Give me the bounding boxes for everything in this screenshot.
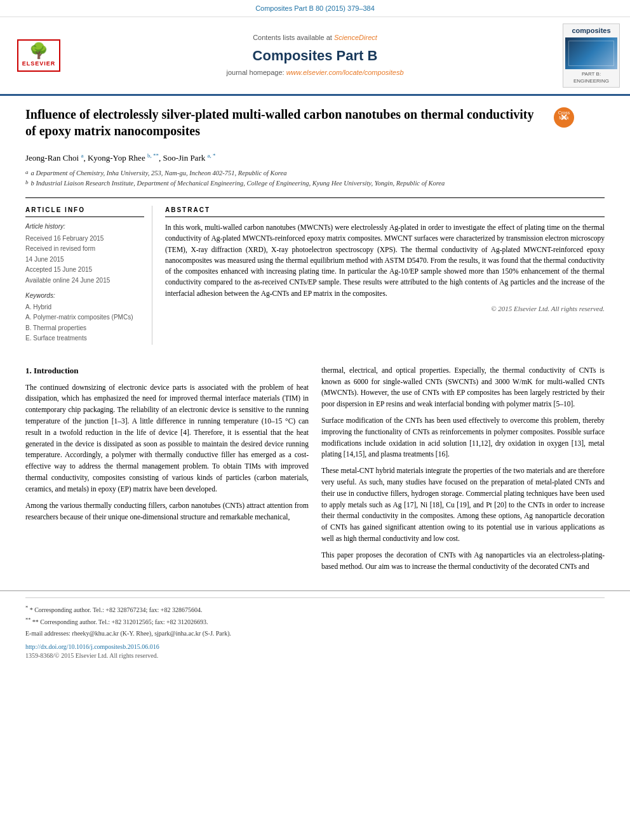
- article-content: Influence of electrolessly silver-plated…: [0, 96, 630, 365]
- homepage-link[interactable]: www.elsevier.com/locate/compositesb: [286, 69, 404, 76]
- history-title: Article history:: [25, 222, 144, 232]
- sciencedirect-link[interactable]: ScienceDirect: [334, 34, 377, 41]
- body-para-right-2: Surface modification of the CNTs has bee…: [321, 415, 605, 460]
- affiliations: a a Department of Chemistry, Inha Univer…: [25, 168, 605, 189]
- journal-name: Composites Part B: [74, 46, 556, 66]
- crossmark-badge[interactable]: ✕ Cross Mark: [553, 106, 575, 129]
- composites-logo-title: composites: [565, 26, 617, 36]
- keyword-1: A. Polymer-matrix composites (PMCs): [25, 313, 144, 323]
- abstract-text: In this work, multi-walled carbon nanotu…: [165, 222, 605, 299]
- history-accepted: Accepted 15 June 2015: [25, 265, 144, 275]
- history-online: Available online 24 June 2015: [25, 276, 144, 286]
- body-para-right-4: This paper proposes the decoration of CN…: [321, 550, 605, 573]
- journal-header: 🌳 ELSEVIER Contents lists available at S…: [0, 17, 630, 96]
- history-revised-label: Received in revised form: [25, 244, 144, 254]
- footnotes-section: * * Corresponding author. Tel.: +82 3287…: [0, 590, 630, 661]
- history-revised-date: 14 June 2015: [25, 255, 144, 265]
- article-info-column: ARTICLE INFO Article history: Received 1…: [25, 206, 152, 345]
- elsevier-tree-icon: 🌳: [29, 43, 48, 58]
- elsevier-brand-text: ELSEVIER: [22, 60, 56, 68]
- keyword-3: E. Surface treatments: [25, 334, 144, 343]
- sciencedirect-prefix: Contents lists available at: [253, 34, 332, 41]
- body-right-column: thermal, electrical, and optical propert…: [321, 365, 605, 578]
- footnote-corresponding-2: ** ** Corresponding author. Tel.: +82 31…: [25, 617, 605, 627]
- keywords-title: Keywords:: [25, 291, 144, 301]
- sciencedirect-line: Contents lists available at ScienceDirec…: [74, 33, 556, 43]
- issn-text: 1359-8368/© 2015 Elsevier Ltd. All right…: [25, 651, 605, 661]
- footnote-email: E-mail addresses: rheeky@khu.ac.kr (K-Y.…: [25, 629, 605, 639]
- article-title: Influence of electrolessly silver-plated…: [25, 106, 546, 139]
- history-received: Received 16 February 2015: [25, 234, 144, 244]
- body-left-column: 1. Introduction The continued downsizing…: [25, 365, 309, 578]
- journal-center: Contents lists available at ScienceDirec…: [74, 33, 556, 78]
- journal-reference-bar: Composites Part B 80 (2015) 379–384: [0, 0, 630, 17]
- affil-b-text: b Industrial Liaison Research Institute,…: [31, 178, 445, 189]
- article-info-label: ARTICLE INFO: [25, 206, 144, 218]
- footnotes-divider: [25, 597, 605, 598]
- intro-heading: 1. Introduction: [25, 365, 309, 377]
- keywords-section: Keywords: A. Hybrid A. Polymer-matrix co…: [25, 291, 144, 343]
- journal-ref-text: Composites Part B 80 (2015) 379–384: [255, 4, 375, 12]
- affil-a-text: a Department of Chemistry, Inha Universi…: [31, 168, 287, 178]
- body-para-right-1: thermal, electrical, and optical propert…: [321, 365, 605, 410]
- main-body: 1. Introduction The continued downsizing…: [0, 365, 630, 578]
- body-para-2: Among the various thermally conducting f…: [25, 500, 309, 523]
- keyword-2: B. Thermal properties: [25, 324, 144, 333]
- body-para-1: The continued downsizing of electronic d…: [25, 382, 309, 495]
- affiliation-b: b b Industrial Liaison Research Institut…: [25, 178, 605, 189]
- keyword-0: A. Hybrid: [25, 303, 144, 312]
- homepage-prefix: journal homepage:: [226, 69, 284, 76]
- copyright-text: © 2015 Elsevier Ltd. All rights reserved…: [165, 304, 605, 314]
- abstract-column: ABSTRACT In this work, multi-walled carb…: [165, 206, 605, 345]
- abstract-label: ABSTRACT: [165, 206, 605, 218]
- composites-logo: composites PART B: ENGINEERING: [563, 23, 620, 88]
- affiliation-a: a a Department of Chemistry, Inha Univer…: [25, 168, 605, 178]
- svg-text:Cross: Cross: [558, 110, 570, 115]
- composites-logo-subtitle: PART B: ENGINEERING: [565, 70, 617, 85]
- footnote-corresponding-1: * * Corresponding author. Tel.: +82 3287…: [25, 604, 605, 615]
- title-row: Influence of electrolessly silver-plated…: [25, 106, 605, 145]
- body-para-right-3: These metal-CNT hybrid materials integra…: [321, 465, 605, 545]
- authors-line: Jeong-Ran Choi a, Kyong-Yop Rhee b, **, …: [25, 152, 605, 164]
- svg-text:Mark: Mark: [559, 116, 569, 120]
- article-history: Article history: Received 16 February 20…: [25, 222, 144, 285]
- article-info-abstract-section: ARTICLE INFO Article history: Received 1…: [25, 197, 605, 345]
- journal-homepage: journal homepage: www.elsevier.com/locat…: [74, 68, 556, 78]
- elsevier-logo: 🌳 ELSEVIER: [10, 39, 67, 72]
- composites-logo-image: [565, 37, 617, 69]
- doi-link[interactable]: http://dx.doi.org/10.1016/j.compositesb.…: [25, 643, 605, 652]
